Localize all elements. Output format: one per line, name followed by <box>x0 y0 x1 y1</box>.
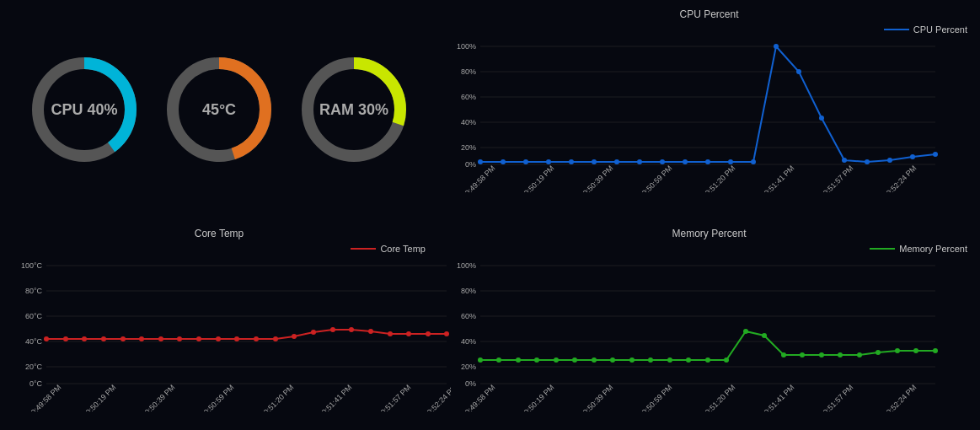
svg-point-79 <box>426 331 431 336</box>
core-temp-chart-panel: Core Temp Core Temp 100°C 80°C 60°C 40°C… <box>0 219 438 430</box>
svg-text:100%: 100% <box>457 261 476 270</box>
memory-chart-area: 100% 80% 60% 40% 20% 0% <box>451 255 967 415</box>
core-temp-legend-label: Core Temp <box>380 244 426 254</box>
svg-point-19 <box>501 159 506 164</box>
svg-text:10:51:20 PM: 10:51:20 PM <box>700 383 736 411</box>
svg-point-112 <box>686 357 691 363</box>
svg-text:0%: 0% <box>465 160 476 169</box>
svg-point-70 <box>254 336 259 341</box>
core-temp-chart-area: 100°C 80°C 60°C 40°C 20°C 0°C <box>13 255 426 415</box>
svg-point-116 <box>762 333 767 338</box>
core-temp-legend: Core Temp <box>13 244 426 254</box>
svg-point-118 <box>800 352 805 357</box>
svg-point-24 <box>614 159 619 164</box>
svg-text:60%: 60% <box>461 93 476 101</box>
svg-point-115 <box>743 329 748 334</box>
svg-text:60%: 60% <box>461 312 476 320</box>
svg-text:10:51:41 PM: 10:51:41 PM <box>759 164 795 192</box>
svg-point-26 <box>660 159 665 164</box>
core-temp-chart-title: Core Temp <box>13 228 426 239</box>
svg-point-122 <box>876 350 881 355</box>
svg-text:10:51:57 PM: 10:51:57 PM <box>376 383 412 411</box>
svg-text:10:51:41 PM: 10:51:41 PM <box>317 383 353 411</box>
svg-point-119 <box>819 352 824 357</box>
svg-point-18 <box>478 159 483 164</box>
svg-point-22 <box>569 159 574 164</box>
svg-text:10:51:41 PM: 10:51:41 PM <box>759 383 795 411</box>
svg-point-111 <box>667 357 672 363</box>
svg-point-21 <box>546 159 551 164</box>
svg-point-120 <box>838 352 843 357</box>
svg-point-66 <box>177 336 182 341</box>
svg-point-114 <box>724 357 729 363</box>
svg-point-76 <box>368 329 373 334</box>
svg-point-72 <box>292 334 297 339</box>
svg-text:0°C: 0°C <box>29 379 43 388</box>
svg-text:20%: 20% <box>461 143 476 152</box>
svg-point-107 <box>592 357 597 363</box>
svg-point-104 <box>534 357 539 363</box>
svg-point-102 <box>496 357 501 363</box>
svg-text:80%: 80% <box>461 287 476 295</box>
svg-point-78 <box>406 331 411 336</box>
svg-text:20°C: 20°C <box>25 363 43 371</box>
cpu-chart-title: CPU Percent <box>451 8 967 20</box>
svg-text:40%: 40% <box>461 118 476 126</box>
svg-point-74 <box>330 327 335 332</box>
cpu-chart-area: 100% 80% 60% 40% 20% 0% <box>451 36 967 196</box>
svg-point-20 <box>523 159 528 164</box>
svg-point-60 <box>63 336 68 341</box>
svg-text:80%: 80% <box>461 67 476 76</box>
temp-gauge: 45°C <box>160 51 278 169</box>
svg-point-30 <box>751 159 756 164</box>
cpu-gauge-label: CPU 40% <box>51 101 117 119</box>
memory-legend-label: Memory Percent <box>899 244 967 254</box>
svg-point-117 <box>781 352 786 357</box>
svg-point-101 <box>478 357 483 363</box>
svg-point-59 <box>44 336 49 341</box>
svg-text:100%: 100% <box>457 42 476 51</box>
svg-point-106 <box>572 357 577 363</box>
svg-point-35 <box>865 159 870 164</box>
svg-text:10:50:19 PM: 10:50:19 PM <box>81 383 117 411</box>
svg-text:10:52:24 PM: 10:52:24 PM <box>881 383 918 411</box>
svg-text:10:51:57 PM: 10:51:57 PM <box>818 383 854 411</box>
ram-gauge: RAM 30% <box>295 51 413 169</box>
cpu-legend-line <box>884 29 909 30</box>
svg-point-108 <box>610 357 615 363</box>
svg-point-105 <box>554 357 559 363</box>
svg-point-71 <box>273 336 278 341</box>
svg-point-23 <box>592 159 597 164</box>
svg-text:20%: 20% <box>461 363 476 371</box>
svg-point-38 <box>933 152 938 157</box>
svg-point-109 <box>629 357 635 363</box>
svg-point-28 <box>705 159 710 164</box>
svg-text:10:50:19 PM: 10:50:19 PM <box>519 383 555 411</box>
svg-point-75 <box>349 327 354 332</box>
svg-text:80°C: 80°C <box>25 287 43 295</box>
svg-text:100°C: 100°C <box>21 261 43 270</box>
svg-point-68 <box>216 336 221 341</box>
svg-text:10:50:39 PM: 10:50:39 PM <box>140 383 176 411</box>
svg-text:10:50:19 PM: 10:50:19 PM <box>519 164 555 192</box>
svg-point-61 <box>82 336 87 341</box>
svg-point-77 <box>388 331 393 336</box>
svg-point-80 <box>444 331 449 336</box>
ram-gauge-label: RAM 30% <box>319 101 388 119</box>
svg-point-25 <box>637 159 642 164</box>
svg-point-64 <box>139 336 144 341</box>
svg-text:10:50:59 PM: 10:50:59 PM <box>199 383 235 411</box>
svg-point-62 <box>101 336 106 341</box>
svg-point-124 <box>913 348 918 353</box>
svg-text:10:51:20 PM: 10:51:20 PM <box>259 383 295 411</box>
cpu-gauge: CPU 40% <box>25 51 143 169</box>
svg-point-27 <box>683 159 688 164</box>
svg-point-65 <box>158 336 163 341</box>
svg-point-123 <box>895 348 900 353</box>
svg-point-125 <box>933 348 938 353</box>
svg-point-63 <box>120 336 126 341</box>
cpu-chart-legend: CPU Percent <box>451 24 967 35</box>
svg-point-31 <box>774 44 779 49</box>
memory-legend-line <box>870 248 895 250</box>
gauges-panel: CPU 40% 45°C RAM 30% <box>0 0 438 219</box>
